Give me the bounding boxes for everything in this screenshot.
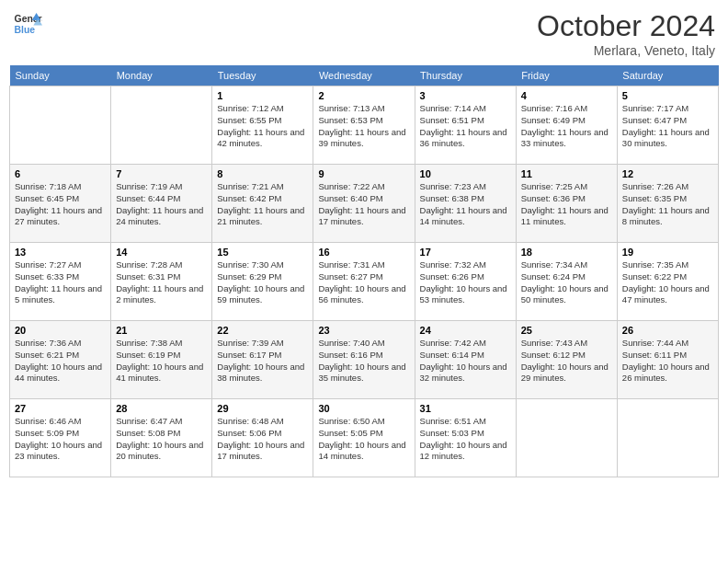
day-number: 15: [217, 247, 308, 258]
month-title: October 2024: [537, 9, 715, 43]
day-number: 30: [318, 403, 409, 414]
weekday-saturday: Saturday: [617, 65, 718, 86]
calendar-cell: 11Sunrise: 7:25 AM Sunset: 6:36 PM Dayli…: [516, 165, 617, 243]
weekday-friday: Friday: [516, 65, 617, 86]
day-number: 6: [15, 168, 106, 179]
day-info: Sunrise: 6:50 AM Sunset: 5:05 PM Dayligh…: [318, 416, 409, 463]
calendar-cell: 24Sunrise: 7:42 AM Sunset: 6:14 PM Dayli…: [415, 321, 516, 399]
calendar-cell: 2Sunrise: 7:13 AM Sunset: 6:53 PM Daylig…: [313, 86, 415, 165]
day-info: Sunrise: 7:28 AM Sunset: 6:31 PM Dayligh…: [116, 259, 207, 306]
calendar-cell: 3Sunrise: 7:14 AM Sunset: 6:51 PM Daylig…: [415, 86, 516, 165]
weekday-monday: Monday: [111, 65, 212, 86]
day-number: 12: [622, 168, 713, 179]
weekday-header-row: SundayMondayTuesdayWednesdayThursdayFrid…: [10, 65, 719, 86]
calendar-cell: 6Sunrise: 7:18 AM Sunset: 6:45 PM Daylig…: [10, 165, 111, 243]
location: Merlara, Veneto, Italy: [537, 43, 715, 58]
calendar-cell: 13Sunrise: 7:27 AM Sunset: 6:33 PM Dayli…: [10, 243, 111, 321]
week-row-2: 6Sunrise: 7:18 AM Sunset: 6:45 PM Daylig…: [10, 165, 719, 243]
day-info: Sunrise: 7:39 AM Sunset: 6:17 PM Dayligh…: [217, 338, 308, 385]
day-number: 22: [217, 325, 308, 336]
day-info: Sunrise: 7:14 AM Sunset: 6:51 PM Dayligh…: [420, 103, 511, 150]
calendar-cell: 7Sunrise: 7:19 AM Sunset: 6:44 PM Daylig…: [111, 165, 212, 243]
day-info: Sunrise: 7:22 AM Sunset: 6:40 PM Dayligh…: [318, 181, 409, 228]
calendar-cell: 14Sunrise: 7:28 AM Sunset: 6:31 PM Dayli…: [111, 243, 212, 321]
day-number: 8: [217, 168, 308, 179]
calendar-cell: 4Sunrise: 7:16 AM Sunset: 6:49 PM Daylig…: [516, 86, 617, 165]
calendar-cell: 29Sunrise: 6:48 AM Sunset: 5:06 PM Dayli…: [212, 399, 313, 477]
calendar-cell: 1Sunrise: 7:12 AM Sunset: 6:55 PM Daylig…: [212, 86, 313, 165]
day-info: Sunrise: 7:18 AM Sunset: 6:45 PM Dayligh…: [15, 181, 106, 228]
day-number: 11: [521, 168, 612, 179]
day-number: 5: [622, 90, 713, 101]
calendar-cell: 18Sunrise: 7:34 AM Sunset: 6:24 PM Dayli…: [516, 243, 617, 321]
week-row-1: 1Sunrise: 7:12 AM Sunset: 6:55 PM Daylig…: [10, 86, 719, 165]
calendar-table: SundayMondayTuesdayWednesdayThursdayFrid…: [9, 65, 719, 477]
calendar-cell: 19Sunrise: 7:35 AM Sunset: 6:22 PM Dayli…: [617, 243, 718, 321]
day-number: 31: [420, 403, 511, 414]
day-info: Sunrise: 7:21 AM Sunset: 6:42 PM Dayligh…: [217, 181, 308, 228]
weekday-tuesday: Tuesday: [212, 65, 313, 86]
day-info: Sunrise: 7:12 AM Sunset: 6:55 PM Dayligh…: [217, 103, 308, 150]
calendar-cell: 28Sunrise: 6:47 AM Sunset: 5:08 PM Dayli…: [111, 399, 212, 477]
day-number: 4: [521, 90, 612, 101]
calendar-cell: [617, 399, 718, 477]
calendar-cell: 5Sunrise: 7:17 AM Sunset: 6:47 PM Daylig…: [617, 86, 718, 165]
day-number: 13: [15, 247, 106, 258]
page-header: General Blue October 2024 Merlara, Venet…: [9, 9, 719, 58]
calendar-cell: 22Sunrise: 7:39 AM Sunset: 6:17 PM Dayli…: [212, 321, 313, 399]
day-number: 21: [116, 325, 207, 336]
day-number: 26: [622, 325, 713, 336]
day-info: Sunrise: 7:43 AM Sunset: 6:12 PM Dayligh…: [521, 338, 612, 385]
day-number: 20: [15, 325, 106, 336]
logo-icon: General Blue: [13, 9, 42, 39]
day-number: 18: [521, 247, 612, 258]
day-number: 9: [318, 168, 409, 179]
day-info: Sunrise: 7:25 AM Sunset: 6:36 PM Dayligh…: [521, 181, 612, 228]
calendar-cell: [111, 86, 212, 165]
calendar-cell: 16Sunrise: 7:31 AM Sunset: 6:27 PM Dayli…: [313, 243, 415, 321]
day-info: Sunrise: 7:32 AM Sunset: 6:26 PM Dayligh…: [420, 259, 511, 306]
calendar-cell: 12Sunrise: 7:26 AM Sunset: 6:35 PM Dayli…: [617, 165, 718, 243]
day-info: Sunrise: 7:27 AM Sunset: 6:33 PM Dayligh…: [15, 259, 106, 306]
day-info: Sunrise: 7:30 AM Sunset: 6:29 PM Dayligh…: [217, 259, 308, 306]
day-number: 17: [420, 247, 511, 258]
day-number: 23: [318, 325, 409, 336]
calendar-cell: 23Sunrise: 7:40 AM Sunset: 6:16 PM Dayli…: [313, 321, 415, 399]
day-number: 7: [116, 168, 207, 179]
calendar-cell: 30Sunrise: 6:50 AM Sunset: 5:05 PM Dayli…: [313, 399, 415, 477]
calendar-cell: 25Sunrise: 7:43 AM Sunset: 6:12 PM Dayli…: [516, 321, 617, 399]
day-number: 25: [521, 325, 612, 336]
calendar-cell: 17Sunrise: 7:32 AM Sunset: 6:26 PM Dayli…: [415, 243, 516, 321]
calendar-cell: 15Sunrise: 7:30 AM Sunset: 6:29 PM Dayli…: [212, 243, 313, 321]
day-number: 2: [318, 90, 409, 101]
day-info: Sunrise: 7:42 AM Sunset: 6:14 PM Dayligh…: [420, 338, 511, 385]
week-row-4: 20Sunrise: 7:36 AM Sunset: 6:21 PM Dayli…: [10, 321, 719, 399]
day-info: Sunrise: 7:44 AM Sunset: 6:11 PM Dayligh…: [622, 338, 713, 385]
day-info: Sunrise: 7:34 AM Sunset: 6:24 PM Dayligh…: [521, 259, 612, 306]
day-info: Sunrise: 6:47 AM Sunset: 5:08 PM Dayligh…: [116, 416, 207, 463]
calendar-cell: [516, 399, 617, 477]
day-info: Sunrise: 7:36 AM Sunset: 6:21 PM Dayligh…: [15, 338, 106, 385]
day-info: Sunrise: 6:48 AM Sunset: 5:06 PM Dayligh…: [217, 416, 308, 463]
calendar-cell: 21Sunrise: 7:38 AM Sunset: 6:19 PM Dayli…: [111, 321, 212, 399]
day-number: 27: [15, 403, 106, 414]
calendar-cell: 10Sunrise: 7:23 AM Sunset: 6:38 PM Dayli…: [415, 165, 516, 243]
day-info: Sunrise: 7:13 AM Sunset: 6:53 PM Dayligh…: [318, 103, 409, 150]
day-info: Sunrise: 7:17 AM Sunset: 6:47 PM Dayligh…: [622, 103, 713, 150]
title-block: October 2024 Merlara, Veneto, Italy: [537, 9, 715, 58]
calendar-cell: [10, 86, 111, 165]
day-info: Sunrise: 7:26 AM Sunset: 6:35 PM Dayligh…: [622, 181, 713, 228]
day-number: 29: [217, 403, 308, 414]
calendar-cell: 27Sunrise: 6:46 AM Sunset: 5:09 PM Dayli…: [10, 399, 111, 477]
day-number: 28: [116, 403, 207, 414]
weekday-thursday: Thursday: [415, 65, 516, 86]
logo: General Blue: [13, 9, 42, 39]
day-info: Sunrise: 7:23 AM Sunset: 6:38 PM Dayligh…: [420, 181, 511, 228]
weekday-wednesday: Wednesday: [313, 65, 415, 86]
week-row-3: 13Sunrise: 7:27 AM Sunset: 6:33 PM Dayli…: [10, 243, 719, 321]
svg-text:Blue: Blue: [15, 25, 36, 35]
day-number: 14: [116, 247, 207, 258]
day-info: Sunrise: 7:38 AM Sunset: 6:19 PM Dayligh…: [116, 338, 207, 385]
day-info: Sunrise: 7:35 AM Sunset: 6:22 PM Dayligh…: [622, 259, 713, 306]
day-number: 3: [420, 90, 511, 101]
